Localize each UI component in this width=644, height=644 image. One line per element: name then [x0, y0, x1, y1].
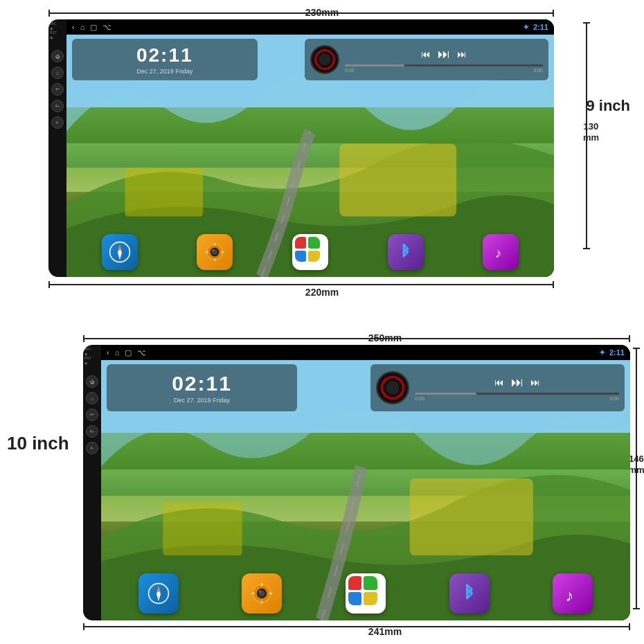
back-nav-icon[interactable]: ‹: [72, 23, 75, 31]
bot-bot-width-line: [83, 626, 630, 627]
play-btn-9inch[interactable]: ⏭: [438, 47, 450, 62]
usb-nav-icon[interactable]: ⌥: [102, 23, 111, 32]
window-nav-icon-10[interactable]: ▢: [125, 348, 132, 357]
vol-up-btn[interactable]: 4+: [51, 100, 64, 112]
play-time-9inch: 0:00: [345, 68, 355, 73]
svg-rect-1: [125, 168, 203, 217]
app-nav-9inch[interactable]: [102, 234, 138, 270]
app-bt-10inch[interactable]: [449, 573, 490, 614]
back-btn[interactable]: ↩: [51, 83, 64, 96]
music-widget-9inch: ⏮ ⏭ ⏭ 0:00 0:00: [305, 39, 548, 80]
compass-icon-9inch: [109, 241, 131, 263]
app-music-10inch[interactable]: ♪: [553, 573, 593, 614]
grid-red-10: [348, 576, 362, 590]
next-btn-9inch[interactable]: ⏭: [457, 48, 467, 60]
camera-icon-9inch: [204, 241, 226, 263]
usb-nav-icon-10[interactable]: ⌥: [137, 348, 146, 357]
clock-time-9inch: 02:11: [136, 44, 193, 66]
camera-icon-10inch: [249, 581, 274, 606]
home-nav-icon-10[interactable]: ⌂: [115, 348, 120, 357]
music-controls-10inch: ⏮ ⏭ ⏭ 0:00 0:00: [415, 375, 619, 401]
grid-cells-10inch: [348, 576, 377, 605]
next-btn-10inch[interactable]: ⏭: [530, 377, 540, 388]
grid-cells-9inch: [295, 237, 320, 262]
progress-times-10inch: 0:00 0:00: [415, 396, 619, 401]
music-icon-9inch: ♪: [490, 241, 512, 263]
progress-bar-10inch: [415, 393, 619, 395]
side-buttons-10inch: MIC◉RST◉ ⏻ ⌂ ↩ 4+ 4-: [83, 345, 101, 620]
prev-btn-9inch[interactable]: ⏮: [421, 48, 431, 60]
svg-point-9: [212, 249, 214, 251]
progress-bar-9inch: [345, 64, 543, 66]
bt-icon-9inch: [395, 241, 417, 263]
app-grid-9inch[interactable]: [292, 234, 328, 270]
bot-top-left-bracket: [83, 335, 84, 342]
mic-label-10: MIC◉RST◉: [84, 347, 91, 365]
statusbar-10inch: ‹ ⌂ ▢ ⌥ ✦ 2:11: [101, 345, 630, 360]
grid-blue-10: [348, 592, 362, 606]
home-btn[interactable]: ⌂: [51, 66, 64, 79]
back-btn-10[interactable]: ↩: [86, 409, 98, 421]
power-btn[interactable]: ⏻: [51, 50, 64, 62]
bt-icon-9inch: ✦: [523, 23, 529, 32]
music-widget-10inch: ⏮ ⏭ ⏭ 0:00 0:00: [370, 364, 625, 411]
device-10inch: MIC◉RST◉ ⏻ ⌂ ↩ 4+ 4-: [83, 345, 630, 620]
app-grid-10inch[interactable]: [346, 573, 386, 614]
clock-date-9inch: Dec 27, 2019 Friday: [136, 68, 193, 75]
music-buttons-10inch: ⏮ ⏭ ⏭: [415, 375, 619, 390]
prev-btn-10inch[interactable]: ⏮: [494, 377, 504, 388]
bot-right-bracket: [553, 281, 554, 288]
bot-top-width-line: [83, 338, 630, 339]
time-10inch: 2:11: [609, 348, 625, 357]
bot-right-top-bracket: [633, 348, 640, 349]
svg-point-5: [118, 251, 121, 254]
clock-time-10inch: 02:11: [172, 372, 232, 395]
mic-label: MIC◉RST◉: [50, 21, 57, 39]
app-nav-10inch[interactable]: [138, 573, 179, 614]
time-9inch: 2:11: [533, 23, 548, 31]
bot-top-width-label: 250mm: [368, 332, 402, 343]
app-camera-10inch[interactable]: [242, 573, 282, 614]
window-nav-icon[interactable]: ▢: [90, 23, 97, 32]
top-left-bracket: [48, 10, 50, 17]
music-progress-9inch: 0:00 0:00: [345, 64, 543, 73]
statusbar-left-10inch: ‹ ⌂ ▢ ⌥: [107, 348, 146, 357]
home-nav-icon[interactable]: ⌂: [80, 23, 85, 31]
apps-row-9inch: ♪: [72, 234, 548, 270]
svg-text:♪: ♪: [565, 587, 573, 605]
end-time-9inch: 0:00: [533, 68, 543, 73]
app-bt-9inch[interactable]: [388, 234, 424, 270]
compass-icon-10inch: [147, 582, 170, 605]
clock-widget-9inch: 02:11 Dec 27, 2019 Friday: [72, 39, 258, 80]
screen-9inch: ‹ ⌂ ▢ ⌥ ✦ 2:11 02:11 Dec 27, 2019: [66, 19, 554, 277]
top-width-label: 230mm: [305, 7, 339, 18]
grid-yellow: [308, 251, 320, 262]
svg-rect-15: [410, 478, 533, 555]
progress-times-9inch: 0:00 0:00: [345, 68, 543, 73]
power-btn-10[interactable]: ⏻: [86, 375, 98, 388]
progress-fill-10inch: [415, 393, 476, 395]
statusbar-right-9inch: ✦ 2:11: [523, 23, 548, 32]
vol-up-btn-10[interactable]: 4+: [86, 425, 98, 438]
progress-fill-9inch: [345, 64, 404, 66]
section-9inch: 230mm 9 inch 130mm 220mm MIC◉RST◉ ⏻ ⌂ ↩ …: [7, 7, 637, 305]
device-10inch-inner: MIC◉RST◉ ⏻ ⌂ ↩ 4+ 4-: [83, 345, 630, 620]
bot-right-vert-line: [636, 348, 637, 609]
back-nav-icon-10[interactable]: ‹: [107, 348, 109, 357]
statusbar-right-10inch: ✦ 2:11: [599, 348, 625, 357]
play-time-10inch: 0:00: [415, 396, 424, 401]
play-btn-10inch[interactable]: ⏭: [511, 375, 524, 390]
device-9inch: MIC◉RST◉ ⏻ ⌂ ↩ 4+ 4-: [48, 19, 554, 277]
app-camera-9inch[interactable]: [197, 234, 233, 270]
app-music-9inch[interactable]: ♪: [483, 234, 519, 270]
vinyl-10inch: [376, 371, 409, 404]
vol-down-btn-10[interactable]: 4-: [86, 442, 98, 454]
svg-point-20: [156, 592, 160, 596]
music-progress-10inch: 0:00 0:00: [415, 393, 619, 401]
home-btn-10[interactable]: ⌂: [86, 392, 98, 404]
svg-rect-0: [339, 144, 456, 217]
apps-row-10inch: ♪: [107, 573, 625, 614]
vol-down-btn[interactable]: 4-: [51, 116, 64, 129]
page-container: 230mm 9 inch 130mm 220mm MIC◉RST◉ ⏻ ⌂ ↩ …: [0, 0, 644, 644]
grid-yellow-10: [364, 592, 377, 606]
